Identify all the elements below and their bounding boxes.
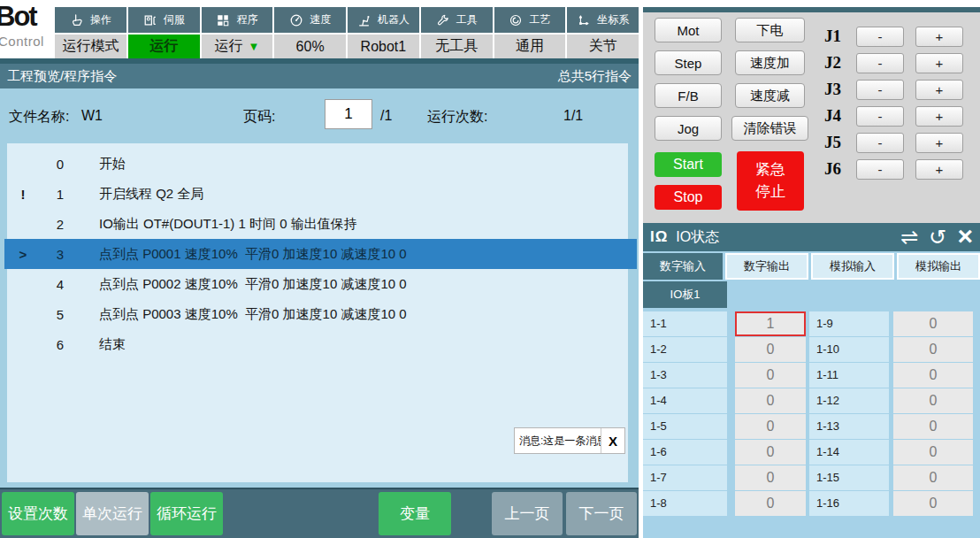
io-channel-label: 1-5 <box>643 414 727 439</box>
process-select-button[interactable]: 通用 <box>494 35 566 58</box>
io-channel-value: 0 <box>893 311 973 336</box>
run-mode-button[interactable]: 运行模式 <box>55 35 126 58</box>
j3-plus-button[interactable]: + <box>915 80 963 100</box>
close-icon[interactable]: × <box>957 223 973 250</box>
power-off-button[interactable]: 下电 <box>735 18 805 42</box>
io-channel-value-highlighted: 1 <box>735 311 806 336</box>
page-number-input[interactable] <box>325 99 372 129</box>
j5-plus-button[interactable]: + <box>915 133 963 153</box>
row-instruction: 点到点 P0001 速度10% 平滑0 加速度10 减速度10 0 <box>99 246 407 263</box>
j4-plus-button[interactable]: + <box>915 106 963 127</box>
j1-minus-button[interactable]: - <box>856 27 904 47</box>
tab-label: 机器人 <box>378 12 410 27</box>
next-page-button[interactable]: 下一页 <box>566 492 637 535</box>
variables-button[interactable]: 变量 <box>379 492 451 535</box>
speed-down-button[interactable]: 速度减 <box>735 83 805 108</box>
io-channel-value: 0 <box>735 388 806 413</box>
joint-row: J1 - + <box>824 23 975 50</box>
tab-digital-output[interactable]: 数字输出 <box>725 253 808 280</box>
start-button[interactable]: Start <box>655 152 722 177</box>
tool-select-button[interactable]: 无工具 <box>421 35 493 58</box>
tab-coordinate[interactable]: 坐标系 <box>567 7 639 33</box>
joint-row: J2 - + <box>824 50 975 76</box>
j4-minus-button[interactable]: - <box>856 106 904 127</box>
io-channel-label: 1-10 <box>809 337 889 362</box>
tab-operation[interactable]: 操作 <box>55 7 126 33</box>
tab-process[interactable]: 工艺 <box>494 7 566 33</box>
tab-tool[interactable]: 工具 <box>421 7 493 33</box>
io-table-row: 1-1 1 1-9 0 <box>643 311 977 336</box>
tab-label: 速度 <box>310 12 331 27</box>
run-state-indicator[interactable]: 运行 <box>128 35 200 58</box>
run-mode-dropdown[interactable]: 运行 ▼ <box>202 35 273 58</box>
emergency-stop-button[interactable]: 紧急停止 <box>737 151 804 211</box>
io-board-tab[interactable]: IO板1 <box>643 281 727 308</box>
loop-run-button[interactable]: 循环运行 <box>150 492 223 535</box>
program-row[interactable]: 4 点到点 P0002 速度10% 平滑0 加速度10 减速度10 0 <box>7 269 628 299</box>
j6-minus-button[interactable]: - <box>856 159 904 180</box>
tab-analog-output[interactable]: 模拟输出 <box>897 253 980 280</box>
tab-program[interactable]: 程序 <box>202 7 273 33</box>
j6-plus-button[interactable]: + <box>915 159 963 180</box>
joint-label: J3 <box>824 80 856 99</box>
program-row[interactable]: 0 开始 <box>7 149 628 179</box>
speed-percent-button[interactable]: 60% <box>274 35 346 58</box>
wrench-icon <box>436 13 450 27</box>
set-times-button[interactable]: 设置次数 <box>2 492 74 535</box>
jog-button[interactable]: Jog <box>655 116 722 141</box>
speed-up-button[interactable]: 速度加 <box>735 50 805 75</box>
forward-back-button[interactable]: F/B <box>655 83 722 108</box>
tab-label: 工具 <box>456 12 478 27</box>
j5-minus-button[interactable]: - <box>856 133 904 153</box>
message-close-button[interactable]: X <box>601 428 624 453</box>
undo-icon[interactable]: ↺ <box>929 227 946 248</box>
io-channel-value: 0 <box>893 363 973 388</box>
clear-error-button[interactable]: 清除错误 <box>731 116 808 141</box>
io-channel-label: 1-11 <box>809 363 889 388</box>
j1-plus-button[interactable]: + <box>915 27 963 47</box>
single-run-button[interactable]: 单次运行 <box>76 492 149 535</box>
tab-servo[interactable]: 伺服 <box>128 7 200 33</box>
tab-analog-input[interactable]: 模拟输入 <box>811 253 894 280</box>
jog-control-panel: Mot Step F/B Jog Start Stop 下电 速度加 速度减 清… <box>643 12 980 223</box>
swap-arrows-icon[interactable]: ⇌ <box>900 227 918 248</box>
row-number: 0 <box>39 157 81 172</box>
program-row-selected[interactable]: > 3 点到点 P0001 速度10% 平滑0 加速度10 减速度10 0 <box>4 239 637 269</box>
program-row[interactable]: 2 IO输出 OT#(DOUT1-1) 1 时间 0 输出值保持 <box>7 209 628 239</box>
step-button[interactable]: Step <box>655 50 722 75</box>
program-grid-icon <box>216 13 230 27</box>
bottom-action-bar: 设置次数 单次运行 循环运行 变量 上一页 下一页 <box>0 488 639 538</box>
motor-button[interactable]: Mot <box>655 18 722 42</box>
tab-robot[interactable]: 机器人 <box>348 7 419 33</box>
tab-speed[interactable]: 速度 <box>274 7 346 33</box>
tab-label: 坐标系 <box>597 12 629 27</box>
io-channel-label: 1-16 <box>809 491 889 516</box>
j2-plus-button[interactable]: + <box>915 53 963 73</box>
io-channel-label: 1-2 <box>643 337 727 362</box>
servo-icon <box>143 13 157 27</box>
io-channel-value: 0 <box>893 491 973 516</box>
j3-minus-button[interactable]: - <box>856 80 904 100</box>
logo-text-control: Control <box>0 33 55 50</box>
panel-title: 工程预览/程序指令 <box>7 68 117 85</box>
io-channel-label: 1-7 <box>643 465 727 490</box>
j2-minus-button[interactable]: - <box>856 53 904 73</box>
tab-label: 操作 <box>90 12 111 27</box>
logo-text-bot: Bot <box>0 1 55 33</box>
coord-select-button[interactable]: 关节 <box>567 35 639 58</box>
row-number: 4 <box>39 277 81 292</box>
joint-label: J5 <box>824 133 856 152</box>
instruction-count: 总共5行指令 <box>558 68 632 85</box>
io-channel-label: 1-13 <box>809 414 889 439</box>
tab-digital-input[interactable]: 数字输入 <box>643 253 723 280</box>
robot-select-button[interactable]: Robot1 <box>348 35 419 58</box>
io-table-row: 1-8 0 1-16 0 <box>643 491 977 516</box>
program-panel-header: 工程预览/程序指令 总共5行指令 <box>0 64 639 88</box>
program-row[interactable]: 5 点到点 P0003 速度10% 平滑0 加速度10 减速度10 0 <box>7 299 628 329</box>
program-row[interactable]: ! 1 开启线程 Q2 全局 <box>7 179 628 209</box>
joint-label: J2 <box>824 53 856 73</box>
stop-button[interactable]: Stop <box>655 185 722 210</box>
program-row[interactable]: 6 结束 <box>7 329 628 359</box>
row-instruction: 点到点 P0003 速度10% 平滑0 加速度10 减速度10 0 <box>99 306 407 323</box>
prev-page-button[interactable]: 上一页 <box>492 492 563 535</box>
